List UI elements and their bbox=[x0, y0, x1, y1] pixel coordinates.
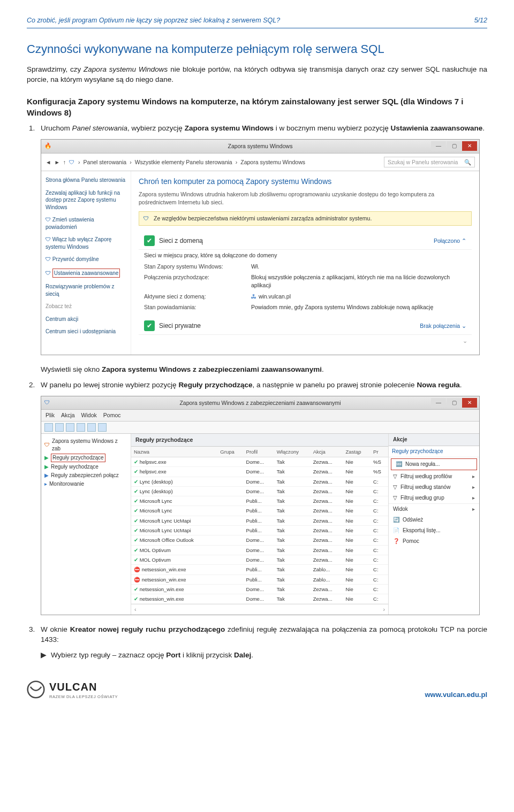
table-row[interactable]: ✔ Microsoft LyncPubli...TakZezwa...NieC: bbox=[131, 506, 388, 516]
help-icon[interactable] bbox=[98, 423, 107, 432]
t: Wybierz typ reguły – zaznacz opcję bbox=[51, 651, 166, 659]
side-link[interactable]: Strona główna Panelu sterowania bbox=[46, 177, 126, 184]
side-link[interactable]: Rozwiązywanie problemów z siecią bbox=[46, 283, 126, 297]
tree-root[interactable]: 🛡Zapora systemu Windows z zab bbox=[44, 437, 127, 453]
table-row[interactable]: ✔ MOL OptivumDome...TakZezwa...NieC: bbox=[131, 555, 388, 564]
crumb-item[interactable]: Panel sterowania bbox=[84, 158, 127, 166]
private-network-row[interactable]: ✔Sieci prywatne Brak połączenia ⌄ bbox=[139, 317, 472, 335]
crumb-item[interactable]: Wszystkie elementy Panelu sterowania bbox=[135, 158, 232, 166]
refresh-icon[interactable] bbox=[87, 423, 96, 432]
menu-file[interactable]: Plik bbox=[46, 411, 55, 419]
col-enabled[interactable]: Włączony bbox=[274, 447, 311, 457]
back-icon[interactable]: ◄ bbox=[46, 158, 51, 166]
table-row[interactable]: ✔ netsession_win.exeDome...TakZezwa...Ni… bbox=[131, 594, 388, 604]
allow-icon: ✔ bbox=[134, 479, 138, 485]
action-filter-state[interactable]: ▽Filtruj według stanów▸ bbox=[389, 482, 479, 493]
table-row[interactable]: ✔ Microsoft LyncPubli...TakZezwa...NieC: bbox=[131, 496, 388, 506]
nav-fwd-icon[interactable] bbox=[55, 423, 64, 432]
close-button[interactable]: ✕ bbox=[462, 141, 477, 151]
scroll-indicator: ⌄ bbox=[139, 335, 472, 347]
menu-view[interactable]: Widok bbox=[81, 411, 97, 419]
main-panel: Chroń ten komputer za pomocą Zapory syst… bbox=[131, 171, 479, 354]
allow-icon: ✔ bbox=[134, 586, 138, 592]
side-link[interactable]: Włącz lub wyłącz Zaporę systemu Windows bbox=[46, 236, 111, 250]
side-link-advanced-highlighted[interactable]: Ustawienia zaawansowane bbox=[52, 269, 120, 278]
action-export[interactable]: 📄Eksportuj listę... bbox=[389, 525, 479, 536]
t: Odśwież bbox=[403, 516, 423, 524]
tree-connsec[interactable]: ▶Reguły zabezpieczeń połącz bbox=[44, 471, 127, 480]
rules-title: Reguły przychodzące bbox=[131, 434, 388, 447]
tree-monitoring[interactable]: ▸Monitorowanie bbox=[44, 480, 127, 488]
row-desc: Sieci w miejscu pracy, które są dołączon… bbox=[139, 250, 472, 261]
tree-outbound[interactable]: ▶Reguły wychodzące bbox=[44, 463, 127, 471]
tool-icon[interactable] bbox=[77, 423, 85, 432]
allow-icon: ✔ bbox=[134, 596, 138, 602]
table-row[interactable]: ✔ helpsvc.exeDome...TakZezwa...Nie%S bbox=[131, 467, 388, 477]
row-status: Połączono bbox=[434, 238, 460, 244]
nav-back-icon[interactable] bbox=[44, 423, 53, 432]
window-title: Zapora systemu Windows z zabezpieczeniam… bbox=[179, 399, 341, 407]
table-row[interactable]: ⛔ netsession_win.exePubli...TakZablo...N… bbox=[131, 565, 388, 574]
maximize-button[interactable]: ▢ bbox=[447, 398, 462, 408]
scroll-right-icon[interactable]: › bbox=[383, 606, 386, 614]
row-title: Sieci prywatne bbox=[159, 321, 201, 331]
t: Reguły wychodzące bbox=[51, 463, 99, 471]
table-row[interactable]: ✔ netsession_win.exeDome...TakZezwa...Ni… bbox=[131, 584, 388, 594]
tree-inbound-highlighted[interactable]: ▶Reguły przychodzące bbox=[44, 453, 127, 463]
col-profile[interactable]: Profil bbox=[244, 447, 274, 457]
scroll-left-icon[interactable]: ‹ bbox=[134, 606, 137, 614]
crumb-item[interactable]: Zapora systemu Windows bbox=[240, 158, 305, 166]
col-pr[interactable]: Pr bbox=[371, 447, 388, 457]
table-row[interactable]: ✔ Microsoft Office OutlookDome...TakZezw… bbox=[131, 535, 388, 545]
action-new-rule-highlighted[interactable]: 🆕Nowa reguła... bbox=[391, 458, 477, 470]
kv-val: Powiadom mnie, gdy Zapora systemu Window… bbox=[251, 303, 466, 311]
minimize-button[interactable]: — bbox=[431, 398, 446, 408]
search-input[interactable]: Szukaj w Panelu sterowania 🔍 bbox=[384, 157, 475, 168]
table-row[interactable]: ✔ MOL OptivumDome...TakZezwa...NieC: bbox=[131, 545, 388, 555]
side-link[interactable]: Przywróć domyślne bbox=[52, 256, 99, 262]
menu-action[interactable]: Akcja bbox=[61, 411, 75, 419]
action-filter-group[interactable]: ▽Filtruj według grup▸ bbox=[389, 493, 479, 503]
search-placeholder: Szukaj w Panelu sterowania bbox=[388, 158, 458, 166]
t: Port bbox=[166, 651, 180, 659]
maximize-button[interactable]: ▢ bbox=[447, 141, 462, 151]
t: Widok bbox=[393, 505, 408, 513]
menu-help[interactable]: Pomoc bbox=[103, 411, 121, 419]
side-link[interactable]: Zezwalaj aplikacji lub funkcji na dostęp… bbox=[46, 189, 126, 211]
rules-panel: Reguły przychodzące Nazwa Grupa Profil W… bbox=[131, 434, 388, 615]
side-link[interactable]: Centrum sieci i udostępniania bbox=[46, 328, 126, 335]
fwd-icon[interactable]: ► bbox=[54, 158, 59, 166]
col-override[interactable]: Zastąp bbox=[343, 447, 371, 457]
col-name[interactable]: Nazwa bbox=[131, 447, 217, 457]
t: , wybierz pozycję bbox=[127, 124, 185, 132]
side-link[interactable]: Zmień ustawienia powiadomień bbox=[46, 217, 94, 230]
minimize-button[interactable]: — bbox=[431, 141, 446, 151]
close-button[interactable]: ✕ bbox=[462, 398, 477, 408]
table-row[interactable]: ✔ Lync (desktop)Dome...TakZezwa...NieC: bbox=[131, 477, 388, 486]
tool-icon[interactable] bbox=[66, 423, 74, 432]
action-help[interactable]: ❓Pomoc bbox=[389, 536, 479, 547]
t: i kliknij przycisk bbox=[180, 651, 234, 659]
col-action[interactable]: Akcja bbox=[311, 447, 343, 457]
action-view[interactable]: Widok▸ bbox=[389, 503, 479, 515]
table-row[interactable]: ✔ helpsvc.exeDome...TakZezwa...Nie%S bbox=[131, 457, 388, 466]
table-row[interactable]: ✔ Microsoft Lync UcMapiPubli...TakZezwa.… bbox=[131, 526, 388, 535]
check-icon: ✔ bbox=[144, 320, 155, 331]
domain-network-row[interactable]: ✔Sieci z domeną Połączono ⌃ bbox=[139, 232, 472, 250]
t: Nowa reguła bbox=[417, 381, 459, 389]
col-group[interactable]: Grupa bbox=[217, 447, 243, 457]
window-titlebar: 🔥 Zapora systemu Windows — ▢ ✕ bbox=[41, 140, 479, 154]
action-refresh[interactable]: 🔄Odśwież bbox=[389, 515, 479, 525]
firewall-icon: 🔥 bbox=[44, 142, 51, 150]
action-filter-profile[interactable]: ▽Filtruj według profilów▸ bbox=[389, 471, 479, 482]
up-icon[interactable]: ↑ bbox=[63, 158, 66, 166]
side-link[interactable]: Centrum akcji bbox=[46, 316, 126, 323]
t: Wyświetli się okno bbox=[41, 365, 102, 373]
table-row[interactable]: ⛔ netsession_win.exePubli...TakZablo...N… bbox=[131, 574, 388, 584]
allow-icon: ✔ bbox=[134, 518, 138, 524]
table-row[interactable]: ✔ Lync (desktop)Dome...TakZezwa...NieC: bbox=[131, 486, 388, 496]
t: win.vulcan.pl bbox=[259, 293, 291, 300]
kv-key: Aktywne sieci z domeną: bbox=[144, 293, 251, 301]
intro-emphasis: Zapora systemu Windows bbox=[84, 65, 168, 73]
table-row[interactable]: ✔ Microsoft Lync UcMapiPubli...TakZezwa.… bbox=[131, 516, 388, 525]
